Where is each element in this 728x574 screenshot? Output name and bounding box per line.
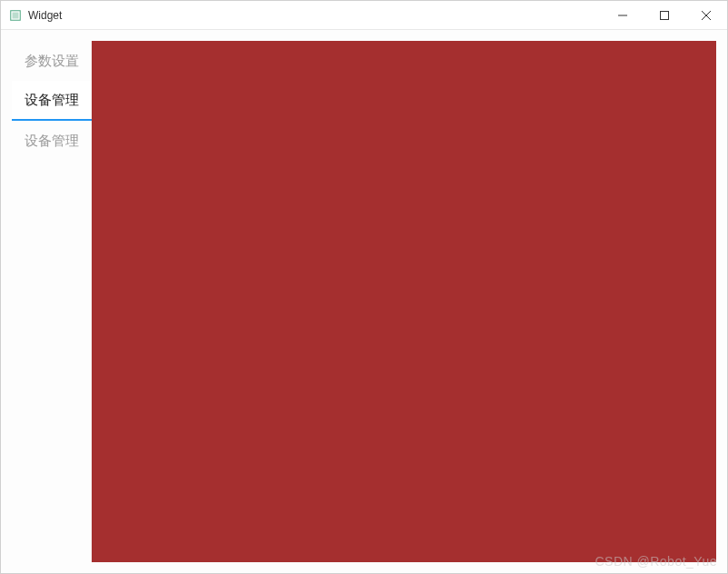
tab-label: 设备管理	[25, 133, 79, 150]
svg-rect-3	[661, 11, 669, 19]
tab-parameters[interactable]: 参数设置	[12, 41, 92, 81]
window-titlebar: Widget	[1, 1, 727, 30]
titlebar-left: Widget	[8, 8, 62, 23]
tab-device-management-2[interactable]: 设备管理	[12, 121, 92, 161]
tab-label: 设备管理	[25, 92, 79, 109]
window-controls	[602, 1, 727, 29]
tab-label: 参数设置	[25, 53, 79, 70]
app-icon	[8, 8, 23, 23]
svg-rect-1	[13, 12, 19, 18]
tab-bar: 参数设置 设备管理 设备管理	[12, 41, 92, 562]
close-button[interactable]	[685, 1, 727, 29]
tab-device-management-1[interactable]: 设备管理	[12, 81, 92, 121]
minimize-button[interactable]	[602, 1, 644, 29]
window-title: Widget	[28, 9, 62, 22]
maximize-button[interactable]	[644, 1, 685, 29]
content-area: 参数设置 设备管理 设备管理	[1, 30, 727, 573]
tab-content-panel	[92, 41, 716, 562]
